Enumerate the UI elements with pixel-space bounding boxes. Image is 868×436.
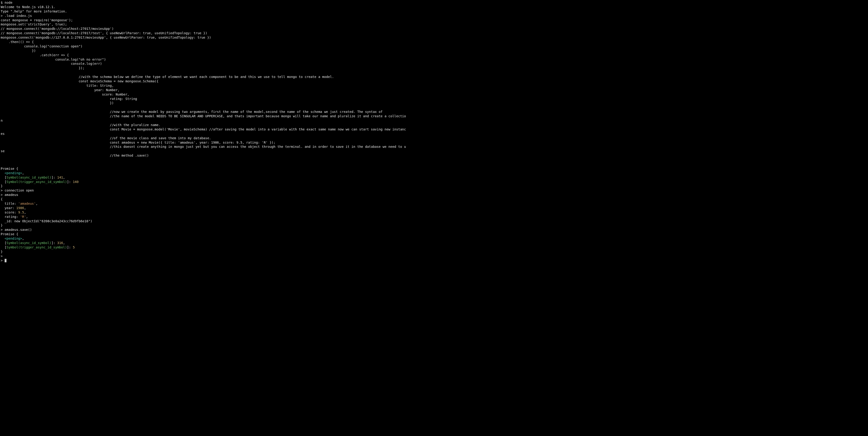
text: , <box>24 210 26 214</box>
symbol-name: Symbol(trigger_async_id_symbol) <box>6 180 67 184</box>
text: ]: <box>51 176 57 179</box>
cursor-icon <box>5 259 6 262</box>
code-line: .then(() => { <box>1 40 34 44</box>
symbol-name: Symbol(async_id_symbol) <box>6 176 51 179</box>
repl-load-command: > .load index.js <box>1 14 32 18</box>
string-value: 'amadeus' <box>18 202 36 205</box>
text: , <box>24 206 26 210</box>
promise-pending-line: <pending>, <box>1 237 24 240</box>
repl-output: > connection open <box>1 188 34 192</box>
prop-key: title: <box>1 202 18 205</box>
text: ]: <box>67 245 73 249</box>
shell-prompt-line: $ node <box>1 1 12 4</box>
text: , <box>63 176 65 179</box>
brace-close: } <box>1 224 3 227</box>
node-welcome: Welcome to Node.js v18.12.1. <box>1 5 55 9</box>
number-value: 140 <box>73 180 79 184</box>
number-value: 9.5 <box>18 210 24 214</box>
promise-pending: <pending> <box>1 237 22 240</box>
code-line: //with the pluralize name. <box>1 123 160 127</box>
code-line: }) <box>1 101 114 105</box>
brace-close: } <box>1 184 3 188</box>
number-value: 5 <box>73 245 75 249</box>
promise-symbol-line: [Symbol(trigger_async_id_symbol)]: 140 <box>1 180 79 184</box>
text: [ <box>1 241 6 245</box>
text: ]: <box>67 180 73 184</box>
code-line: se <box>1 149 5 153</box>
promise-symbol-line: [Symbol(trigger_async_id_symbol)]: 5 <box>1 245 75 249</box>
code-line: title: String, <box>1 84 114 87</box>
number-value: 141 <box>57 176 63 179</box>
object-prop-line: score: 9.5, <box>1 210 26 214</box>
code-line: rating: String <box>1 97 137 100</box>
promise-pending-line: <pending>, <box>1 171 24 175</box>
brace-close: } <box>1 250 3 254</box>
code-line: //now we create the model by passing two… <box>1 110 382 114</box>
code-line: //the method .save() <box>1 153 149 157</box>
brace-open: { <box>1 197 3 201</box>
prop-key: year: <box>1 206 16 210</box>
code-line: .catch(err => { <box>1 53 69 57</box>
code-line: n <box>1 119 3 122</box>
symbol-name: Symbol(trigger_async_id_symbol) <box>6 245 67 249</box>
promise-pending: <pending> <box>1 171 22 175</box>
prop-key: rating: <box>1 215 20 219</box>
text: [ <box>1 245 6 249</box>
code-line: score: Number, <box>1 92 129 96</box>
promise-header: Promise { <box>1 167 18 171</box>
text: , <box>36 202 38 205</box>
code-line: const amadeus = new Movie({ title: 'amad… <box>1 141 275 144</box>
promise-symbol-line: [Symbol(async_id_symbol)]: 141, <box>1 176 65 179</box>
number-value: 1986 <box>16 206 24 210</box>
object-prop-line: _id: new ObjectId("6398c3e0a243cc76d9fb6… <box>1 219 92 223</box>
code-line: year: Number, <box>1 88 120 92</box>
code-line: mongoose.connect('mongodb://127.0.0.1:27… <box>1 36 211 39</box>
repl-input: > amadeus <box>1 193 18 197</box>
object-prop-line: year: 1986, <box>1 206 26 210</box>
code-line: const mongoose = require('mongoose'); <box>1 18 73 22</box>
code-line: console.log("connection open") <box>1 45 83 48</box>
terminal[interactable]: $ node Welcome to Node.js v18.12.1. Type… <box>0 0 868 263</box>
text: ]: <box>51 241 57 245</box>
node-help-hint: Type ".help" for more information. <box>1 9 67 13</box>
text: , <box>22 237 24 240</box>
code-line: console.log("oh no error") <box>1 58 106 61</box>
number-value: 316 <box>57 241 63 245</box>
text: , <box>22 171 24 175</box>
code-line: const movieSchema = new mongoose.Schema(… <box>1 79 159 83</box>
string-value: 'R' <box>20 215 26 219</box>
prompt-text: > <box>1 259 5 262</box>
code-line: }) <box>1 49 36 53</box>
promise-header: Promise { <box>1 232 18 236</box>
code-line: const Movie = mongoose.model('Movie', mo… <box>1 127 406 131</box>
promise-symbol-line: [Symbol(async_id_symbol)]: 316, <box>1 241 65 245</box>
code-line: //with the schema below we define the ty… <box>1 75 334 79</box>
code-line: // mongoose.connect('mongodb://localhost… <box>1 31 207 35</box>
code-line: //of the movie class and save them into … <box>1 136 211 140</box>
text: [ <box>1 176 6 179</box>
text: [ <box>1 180 6 184</box>
text: , <box>26 215 28 219</box>
code-line: mongoose.set('strictQuery', true); <box>1 23 67 26</box>
code-line: }); <box>1 66 84 70</box>
symbol-name: Symbol(async_id_symbol) <box>6 241 51 245</box>
code-line: console.log(err) <box>1 62 102 65</box>
repl-prompt: > <box>1 254 5 258</box>
repl-input: > amadeus.save() <box>1 228 32 232</box>
text: , <box>63 241 65 245</box>
code-line: // mongoose.connect('mongodb://localhost… <box>1 27 114 31</box>
code-line: //the name of the model NEEDS TO BE SING… <box>1 114 406 118</box>
object-prop-line: title: 'amadeus', <box>1 202 38 205</box>
code-line: es <box>1 132 5 136</box>
object-prop-line: rating: 'R', <box>1 215 28 219</box>
prop-key: score: <box>1 210 18 214</box>
repl-prompt-active[interactable]: > <box>1 259 6 262</box>
code-line: //this doesnt create anything in mongo j… <box>1 145 406 148</box>
